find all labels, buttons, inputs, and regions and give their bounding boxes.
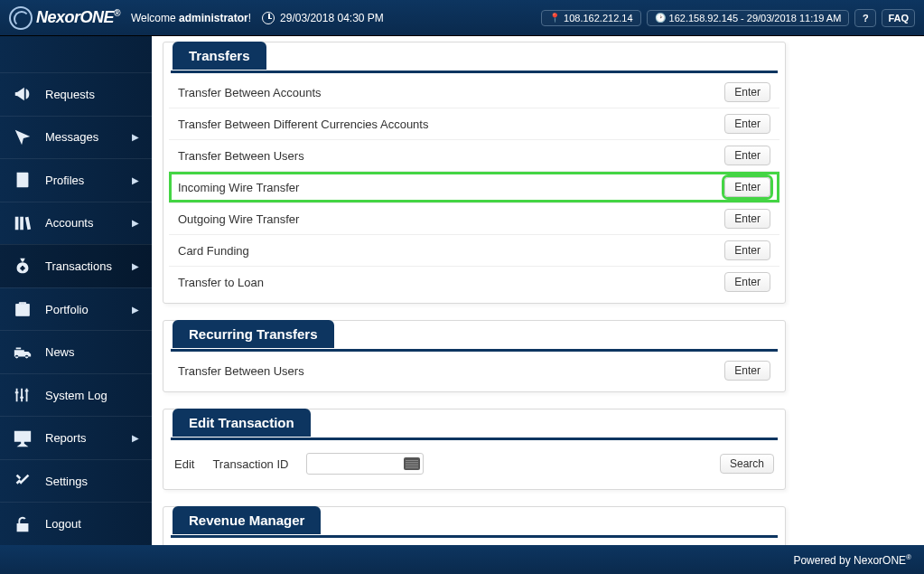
edit-title: Edit Transaction — [173, 409, 311, 437]
list-row: Transfer Between UsersEnter — [169, 140, 779, 172]
transfers-card: Transfers Transfer Between AccountsEnter… — [163, 42, 786, 304]
row-label: Card Funding — [178, 244, 249, 258]
datetime-text: 29/03/2018 04:30 PM — [280, 12, 384, 24]
row-label: Transfer to Loan — [178, 276, 264, 289]
edit-label: Edit — [174, 457, 194, 471]
server-time: 29/03/2018 04:30 PM — [262, 12, 384, 24]
clock-small-icon: 🕑 — [655, 13, 666, 23]
chevron-right-icon: ▶ — [132, 305, 139, 315]
last-ip-text: 162.158.92.145 - 29/03/2018 11:19 AM — [669, 13, 842, 24]
enter-button[interactable]: Enter — [724, 114, 770, 134]
logo-reg: ® — [114, 8, 120, 18]
revenue-rows: Deduct from Revenue AccountEnter — [163, 541, 785, 545]
search-button[interactable]: Search — [720, 454, 774, 474]
recurring-title: Recurring Transfers — [173, 320, 334, 348]
sidebar-item-label: Accounts — [45, 216, 93, 230]
sidebar-item-label: Profiles — [45, 174, 84, 187]
sidebar-item-profiles[interactable]: Profiles ▶ — [0, 158, 152, 202]
cursor-icon — [13, 127, 33, 147]
sidebar-item-label: Messages — [45, 130, 98, 144]
sidebar-item-requests[interactable]: Requests — [0, 72, 152, 116]
edit-transaction-card: Edit Transaction Edit Transaction ID Sea… — [163, 409, 786, 490]
list-row: Transfer Between AccountsEnter — [169, 77, 779, 108]
row-label: Transfer Between Users — [178, 364, 304, 378]
sidebar-item-label: Transactions — [45, 259, 112, 273]
enter-button[interactable]: Enter — [724, 272, 770, 292]
enter-button[interactable]: Enter — [724, 240, 770, 260]
help-button[interactable]: ? — [854, 9, 876, 27]
sidebar-item-settings[interactable]: Settings — [0, 459, 152, 503]
clock-icon — [262, 12, 275, 24]
enter-button[interactable]: Enter — [724, 361, 770, 381]
list-row: Transfer Between Different Currencies Ac… — [169, 108, 779, 140]
row-label: Transfer Between Users — [178, 149, 304, 163]
content-area: Transfers Transfer Between AccountsEnter… — [152, 36, 924, 545]
topbar: NexorONE® Welcome administrator! 29/03/2… — [0, 0, 924, 36]
suitcase-icon — [13, 299, 33, 319]
list-row: Transfer Between UsersEnter — [169, 355, 779, 386]
sidebar-item-portfolio[interactable]: Portfolio ▶ — [0, 287, 152, 331]
sidebar-item-reports[interactable]: Reports ▶ — [0, 416, 152, 459]
row-label: Transfer Between Accounts — [178, 86, 322, 99]
sliders-icon — [13, 385, 33, 405]
sidebar-item-logout[interactable]: Logout — [0, 502, 152, 545]
keypad-icon[interactable] — [404, 457, 420, 470]
pin-icon: 📍 — [549, 13, 560, 23]
sidebar-item-label: Portfolio — [45, 303, 89, 316]
sidebar-item-label: System Log — [45, 389, 107, 402]
tools-icon — [13, 471, 33, 491]
books-icon — [13, 213, 33, 233]
content-inner: Transfers Transfer Between AccountsEnter… — [163, 36, 786, 545]
transaction-id-wrap — [306, 453, 427, 475]
welcome-text: Welcome administrator! — [131, 12, 251, 24]
sidebar-item-label: Reports — [45, 431, 87, 445]
megaphone-icon — [13, 84, 33, 104]
enter-button[interactable]: Enter — [724, 209, 770, 229]
topbar-right: 📍 108.162.212.14 🕑 162.158.92.145 - 29/0… — [541, 9, 915, 27]
edit-row: Edit Transaction ID Search — [163, 444, 785, 484]
enter-button[interactable]: Enter — [724, 82, 770, 102]
sidebar-item-accounts[interactable]: Accounts ▶ — [0, 202, 152, 245]
logo[interactable]: NexorONE® — [9, 6, 120, 30]
chevron-right-icon: ▶ — [132, 261, 139, 271]
logo-text: NexorONE — [36, 8, 114, 26]
card-divider — [171, 71, 778, 73]
transfers-rows: Transfer Between AccountsEnterTransfer B… — [163, 77, 785, 297]
recurring-rows: Transfer Between UsersEnter — [163, 355, 785, 386]
transaction-id-label: Transaction ID — [212, 457, 288, 471]
moneybag-icon — [13, 256, 33, 276]
row-label: Incoming Wire Transfer — [178, 181, 299, 194]
sidebar-item-label: Settings — [45, 475, 88, 488]
sidebar-item-transactions[interactable]: Transactions ▶ — [0, 244, 152, 287]
current-ip-badge[interactable]: 📍 108.162.212.14 — [541, 10, 640, 26]
enter-button[interactable]: Enter — [724, 177, 770, 197]
sidebar-item-label: Requests — [45, 88, 95, 101]
sidebar-item-systemlog[interactable]: System Log — [0, 373, 152, 417]
card-divider — [171, 535, 778, 538]
sidebar-item-label: News — [45, 345, 75, 359]
logo-swirl-icon — [9, 6, 33, 30]
chevron-right-icon: ▶ — [132, 433, 139, 443]
enter-button[interactable]: Enter — [724, 146, 770, 165]
card-divider — [171, 438, 778, 440]
chevron-right-icon: ▶ — [132, 218, 139, 228]
unlock-icon — [13, 514, 33, 534]
footer-text: Powered by NexorONE® — [793, 553, 911, 567]
news-van-icon — [13, 343, 33, 362]
sidebar-item-messages[interactable]: Messages ▶ — [0, 116, 152, 159]
row-label: Outgoing Wire Transfer — [178, 212, 299, 226]
faq-button[interactable]: FAQ — [882, 9, 915, 27]
sidebar-item-news[interactable]: News — [0, 330, 152, 373]
card-divider — [171, 349, 778, 352]
list-row: Incoming Wire TransferEnter — [169, 172, 779, 203]
main: Requests Messages ▶ Profiles ▶ Accounts … — [0, 36, 924, 545]
list-row: Card FundingEnter — [169, 235, 779, 267]
chevron-right-icon: ▶ — [132, 132, 139, 142]
revenue-title: Revenue Manager — [173, 506, 321, 534]
last-ip-badge[interactable]: 🕑 162.158.92.145 - 29/03/2018 11:19 AM — [647, 10, 850, 26]
row-label: Transfer Between Different Currencies Ac… — [178, 118, 428, 131]
sidebar: Requests Messages ▶ Profiles ▶ Accounts … — [0, 36, 152, 545]
list-row: Deduct from Revenue AccountEnter — [169, 541, 779, 545]
sidebar-item-label: Logout — [45, 517, 81, 531]
list-row: Outgoing Wire TransferEnter — [169, 203, 779, 235]
